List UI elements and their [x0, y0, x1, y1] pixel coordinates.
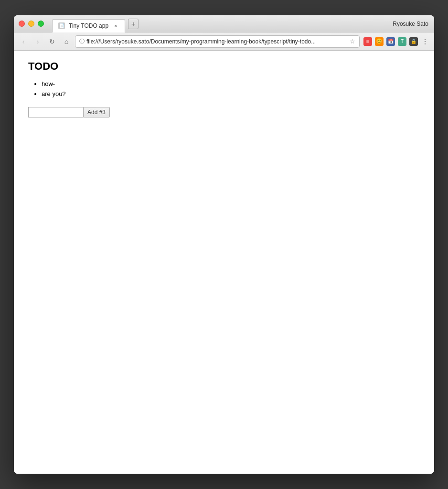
tab-title: Tiny TODO app — [69, 22, 108, 29]
extension-icon-1[interactable]: ≡ — [363, 36, 373, 47]
close-button[interactable] — [19, 21, 25, 27]
tab-favicon: 📄 — [58, 22, 65, 29]
add-todo-input[interactable] — [28, 107, 83, 117]
address-security-icon: ⓘ — [79, 38, 85, 45]
todo-item-2: are you? — [42, 89, 420, 99]
bookmark-star-icon[interactable]: ☆ — [350, 38, 355, 45]
toolbar-icons: ≡ 😊 📅 T 🔒 ⋮ — [363, 36, 430, 47]
page-title: TODO — [28, 60, 420, 73]
back-button[interactable]: ‹ — [18, 36, 29, 47]
new-tab-button[interactable]: + — [128, 19, 139, 29]
add-todo-button[interactable]: Add #3 — [83, 107, 110, 117]
address-input-wrap[interactable]: ⓘ file:///Users/ryosuke.sato/Documents/m… — [75, 35, 360, 48]
active-tab[interactable]: 📄 Tiny TODO app × — [52, 19, 125, 32]
todo-item-1: how- — [42, 79, 420, 89]
tab-bar: 📄 Tiny TODO app × + — [52, 15, 139, 32]
extension-icon-5[interactable]: 🔒 — [408, 36, 419, 47]
extension-icon-4[interactable]: T — [397, 36, 407, 47]
home-button[interactable]: ⌂ — [61, 36, 72, 47]
browser-window: 📄 Tiny TODO app × + Ryosuke Sato ‹ › ↻ ⌂… — [14, 15, 434, 474]
maximize-button[interactable] — [38, 21, 44, 27]
title-bar: 📄 Tiny TODO app × + Ryosuke Sato — [14, 15, 434, 32]
address-bar: ‹ › ↻ ⌂ ⓘ file:///Users/ryosuke.sato/Doc… — [14, 32, 434, 51]
page-content: TODO how- are you? Add #3 — [14, 51, 434, 474]
extension-icon-2[interactable]: 😊 — [374, 36, 384, 47]
minimize-button[interactable] — [28, 21, 34, 27]
todo-list: how- are you? — [28, 79, 420, 99]
extension-icon-3[interactable]: 📅 — [385, 36, 396, 47]
traffic-lights — [19, 21, 44, 27]
user-name: Ryosuke Sato — [393, 21, 428, 27]
refresh-button[interactable]: ↻ — [46, 36, 58, 47]
add-form: Add #3 — [28, 107, 420, 117]
address-url: file:///Users/ryosuke.sato/Documents/my-… — [86, 38, 348, 45]
tab-close-button[interactable]: × — [112, 22, 119, 29]
more-options-button[interactable]: ⋮ — [420, 36, 430, 47]
forward-button[interactable]: › — [32, 36, 43, 47]
